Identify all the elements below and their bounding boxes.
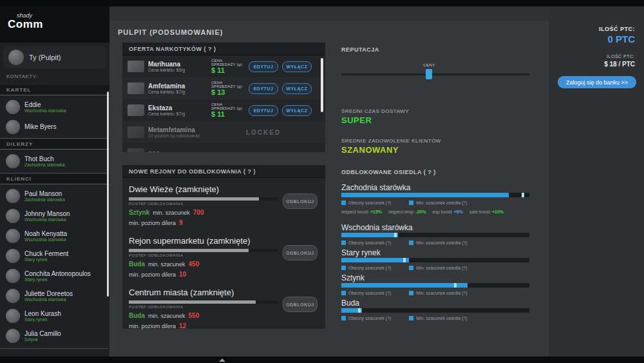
contact-location: Wschodnia starówka	[24, 297, 73, 302]
disable-button[interactable]: WYŁĄCZ	[282, 83, 312, 94]
min-respect-marker	[358, 308, 361, 313]
min-respect-value: 550	[189, 312, 200, 319]
disable-button[interactable]: WYŁĄCZ	[282, 105, 312, 116]
bar-legend: Obecny szacunek (?) Min. szacunek osiedl…	[341, 266, 468, 270]
satisfaction-label: ŚREDNIE ZADOWOLENIE KLIENTÓW	[341, 138, 441, 144]
page-title: PULPIT (PODSUMOWANIE)	[118, 28, 223, 36]
contact-name: Leon Kurash	[24, 310, 61, 317]
unlock-button[interactable]: ODBLOKUJ	[283, 245, 317, 260]
edit-button[interactable]: EDYTUJ	[249, 61, 278, 72]
bank-panel: ILOŚĆ PTC: 0 PTC ILOŚĆ PTC: $ 18 / PTC Z…	[549, 6, 644, 357]
min-level-value: 12	[179, 322, 186, 329]
legend-square-icon	[409, 291, 413, 295]
contact-paul-manson[interactable]: Paul Manson Zachodnia starówka	[0, 186, 109, 206]
group-header-kartel: KARTEL	[0, 85, 109, 95]
region-dwie-wieze: Dwie Wieże (zamknięte) POSTĘP ODBLOKOWAN…	[122, 184, 325, 236]
region-min-level-line: min. poziom dilera 12	[129, 322, 186, 329]
slider-handle[interactable]	[426, 69, 432, 79]
contact-name: Eddie	[24, 101, 66, 108]
edit-button[interactable]: EDYTUJ	[249, 105, 278, 116]
bar-legend: Obecny szacunek (?) Min. szacunek osiedl…	[341, 316, 468, 320]
slider-label: CENY	[423, 63, 435, 67]
drug-row-marihuana: Marihuana Cena kartelu: $5/g CENA SPRZED…	[122, 55, 325, 77]
drug-cartel-price: Cena kartelu: $7/g	[148, 90, 207, 94]
contact-location: Zachodnia starówka	[24, 197, 65, 202]
bank-login-button[interactable]: Zaloguj się do banku >>	[558, 76, 636, 88]
legend-square-icon	[341, 316, 346, 320]
legend-current-label: Obecny szacunek (?)	[348, 266, 391, 270]
drug-row-unknown: ???	[122, 143, 325, 152]
contact-name: Mike Byers	[24, 123, 56, 130]
drug-panel-scrollbar[interactable]	[321, 58, 323, 112]
contact-juliette-doreetos[interactable]: Juliette Doreetos Wschodnia starówka	[0, 286, 109, 306]
legend-min-label: Min. szacunek osiedla (?)	[416, 291, 467, 295]
delivery-time-value: SUPER	[341, 115, 372, 125]
min-respect-label: min. szacunek	[148, 261, 185, 268]
min-respect-label: min. szacunek	[148, 313, 185, 319]
contact-julia-camillo[interactable]: Julia Camillo Sztynk	[0, 326, 109, 346]
min-respect-marker	[403, 258, 406, 262]
bar-legend: Obecny szacunek (?) Min. szacunek osiedl…	[341, 240, 468, 245]
contact-mike-byers[interactable]: Mike Byers	[0, 117, 109, 137]
sale-price-value: $ 11	[211, 110, 245, 118]
sale-price-label: CENA SPRZEDAŻY (g):	[211, 81, 245, 88]
drug-name: Amfetamina	[148, 83, 207, 90]
group-header-klienci: KLIENCI	[0, 174, 109, 184]
region-name: Rejon supermarketu (zamknięte)	[129, 236, 251, 246]
profile-name: Ty (Pulpit)	[29, 54, 61, 61]
boost-value: -20%	[415, 210, 426, 214]
region-progress-label: POSTĘP ODBLOKOWANIA	[129, 305, 184, 309]
ptc-amount-value: 0 PTC	[607, 34, 635, 44]
drug-offer-panel: OFERTA NARKOTYKÓW ( ? ) Marihuana Cena k…	[122, 43, 325, 152]
unlock-button[interactable]: ODBLOKUJ	[283, 193, 317, 209]
unlock-button[interactable]: ODBLOKUJ	[283, 297, 317, 312]
min-respect-label: min. szacunek	[153, 210, 190, 216]
edit-button[interactable]: EDYTUJ	[249, 83, 278, 94]
group-divider	[0, 173, 108, 173]
district-boosts: respect boost+15% respect drop-20% exp b…	[341, 210, 504, 214]
disable-button[interactable]: WYŁĄCZ	[282, 61, 312, 72]
region-district: Sztynk	[129, 209, 149, 216]
ptc-rate-value: $ 18 / PTC	[604, 61, 635, 68]
min-respect-value: 700	[193, 209, 204, 216]
reputation-title: REPUTACJA	[341, 46, 379, 53]
price-slider[interactable]: CENY	[341, 68, 529, 83]
avatar	[6, 100, 20, 114]
legend-current-label: Obecny szacunek (?)	[348, 316, 391, 320]
chevron-up-icon[interactable]	[219, 358, 225, 362]
contact-leon-kurash[interactable]: Leon Kurash Stary rynek	[0, 306, 109, 326]
contact-eddie[interactable]: Eddie Wschodnia starówka	[0, 97, 109, 117]
contact-conchita-antonopoulos[interactable]: Conchita Antonopoulos Stary rynek	[0, 266, 109, 286]
sidebar-scrollbar[interactable]	[107, 92, 109, 297]
drug-icon	[128, 126, 144, 138]
district-zachodnia-starowka: Zachodnia starówka Obecny szacunek (?) M…	[341, 183, 529, 223]
sale-price-label: CENA SPRZEDAŻY (g):	[211, 59, 245, 66]
region-min-respect-line: Sztynk min. szacunek 700	[129, 209, 204, 216]
slider-track[interactable]	[341, 74, 529, 75]
drug-name: ???	[148, 151, 207, 153]
region-progress-fill	[129, 249, 249, 252]
region-rejon-supermarketu: Rejon supermarketu (zamknięte) POSTĘP OD…	[122, 236, 325, 288]
contacts-sidebar: shady Comm Ty (Pulpit) KONTAKTY: KARTEL …	[0, 6, 109, 357]
bar-legend: Obecny szacunek (?) Min. szacunek osiedl…	[341, 201, 468, 205]
avatar	[6, 329, 20, 343]
main-content: PULPIT (PODSUMOWANIE) OFERTA NARKOTYKÓW …	[109, 6, 549, 357]
min-level-value: 9	[179, 219, 183, 226]
delivery-time-label: ŚREDNI CZAS DOSTAWY	[341, 108, 409, 114]
top-bar	[0, 0, 644, 6]
legend-current-label: Obecny szacunek (?)	[348, 291, 391, 295]
region-min-level-line: min. poziom dilera 9	[129, 219, 183, 226]
region-district: Buda	[129, 312, 145, 319]
district-wschodnia-starowka: Wschodnia starówka Obecny szacunek (?) M…	[341, 223, 529, 248]
contact-chuck-ferment[interactable]: Chuck Ferment Stary rynek	[0, 246, 109, 266]
contact-noah-kenyatta[interactable]: Noah Kenyatta Wschodnia starówka	[0, 226, 109, 246]
legend-square-icon	[409, 316, 413, 320]
profile-card[interactable]: Ty (Pulpit)	[3, 46, 106, 68]
district-name: Buda	[341, 299, 359, 308]
new-regions-panel: NOWE REJONY DO ODBLOKOWANIA ( ? ) Dwie W…	[122, 165, 325, 329]
min-respect-marker	[522, 193, 524, 197]
contact-thot-buch[interactable]: Thot Buch Zachodnia starówka	[0, 151, 109, 171]
region-progress-label: POSTĘP ODBLOKOWANIA	[129, 253, 184, 257]
legend-min-label: Min. szacunek osiedla (?)	[416, 316, 467, 320]
contact-johnny-manson[interactable]: Johnny Manson Wschodnia starówka	[0, 206, 109, 226]
